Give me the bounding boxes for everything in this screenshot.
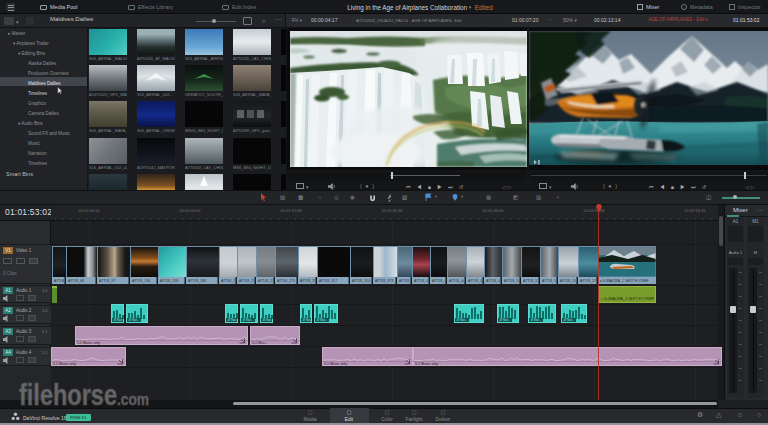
svg-text:4f Nar..: 4f Nar.. [114,318,124,322]
svg-text:4f Nar..: 4f Nar.. [500,318,510,322]
svg-text:4f Nar..: 4f Nar.. [457,318,467,322]
svg-text:4f Nar..: 4f Nar.. [129,318,139,322]
svg-text:5.1 Music only: 5.1 Music only [77,341,100,345]
svg-text:4f Nar..: 4f Nar.. [263,318,273,322]
svg-text:4f Nar..: 4f Nar.. [303,318,313,322]
svg-text:5.1 Mus...: 5.1 Mus... [252,341,268,345]
svg-text:.com: .com [117,391,149,408]
svg-text:5.1 Music only: 5.1 Music only [324,362,347,366]
svg-text:5.1 Music only: 5.1 Music only [415,362,438,366]
svg-text:filehorse: filehorse [19,378,117,411]
svg-text:4f Nar..: 4f Nar.. [531,318,541,322]
svg-text:4f Nar..: 4f Nar.. [243,318,253,322]
svg-text:4f Nar..: 4f Nar.. [228,318,238,322]
svg-text:5.1 Music only: 5.1 Music only [53,362,76,366]
svg-text:4f Nar..: 4f Nar.. [564,318,574,322]
svg-text:4f Nar..: 4f Nar.. [317,318,327,322]
